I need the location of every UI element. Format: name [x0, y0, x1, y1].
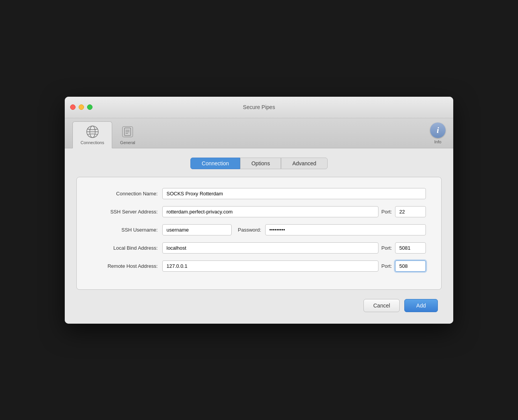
password-label: Password: [238, 227, 261, 233]
general-label: General [120, 140, 135, 145]
button-row: Cancel Add [76, 299, 442, 312]
connection-name-row: Connection Name: [92, 188, 426, 199]
add-button[interactable]: Add [404, 299, 438, 312]
remote-port-input[interactable] [395, 260, 426, 272]
info-icon: i [430, 123, 446, 138]
cancel-button[interactable]: Cancel [363, 299, 400, 312]
connections-icon [86, 125, 99, 139]
ssh-username-input[interactable] [162, 224, 232, 235]
remote-host-label: Remote Host Address: [92, 263, 158, 269]
password-input[interactable] [265, 224, 426, 235]
connection-name-label: Connection Name: [92, 191, 158, 197]
traffic-lights [70, 104, 92, 110]
general-icon [121, 125, 135, 139]
close-button[interactable] [70, 104, 76, 110]
tab-options[interactable]: Options [240, 158, 281, 169]
titlebar: Secure Pipes [65, 97, 453, 118]
toolbar-connections[interactable]: Connections [72, 121, 112, 148]
window-title: Secure Pipes [243, 104, 275, 110]
connection-name-input[interactable] [162, 188, 426, 199]
info-button[interactable]: i Info [430, 123, 446, 144]
ssh-username-label: SSH Username: [92, 227, 158, 233]
toolbar: Connections General i Info [65, 118, 453, 148]
local-bind-label: Local Bind Address: [92, 245, 158, 251]
local-bind-row: Local Bind Address: Port: [92, 242, 426, 254]
ssh-server-label: SSH Server Address: [92, 209, 158, 215]
info-label: Info [434, 139, 441, 144]
ssh-port-input[interactable] [395, 206, 426, 217]
remote-port-label: Port: [382, 263, 392, 269]
ssh-server-row: SSH Server Address: Port: [92, 206, 426, 217]
local-port-label: Port: [382, 245, 392, 251]
connections-label: Connections [81, 140, 104, 145]
remote-host-row: Remote Host Address: Port: [92, 260, 426, 272]
tab-advanced[interactable]: Advanced [281, 158, 327, 169]
local-port-input[interactable] [395, 242, 426, 254]
ssh-username-row: SSH Username: Password: [92, 224, 426, 235]
form-panel: Connection Name: SSH Server Address: Por… [76, 177, 442, 290]
tab-connection[interactable]: Connection [190, 158, 240, 169]
ssh-server-input[interactable] [162, 206, 378, 217]
maximize-button[interactable] [87, 104, 92, 110]
main-window: Secure Pipes Connections [65, 97, 453, 324]
tab-bar: Connection Options Advanced [76, 158, 442, 169]
content-area: Connection Options Advanced Connection N… [65, 148, 453, 324]
minimize-button[interactable] [79, 104, 84, 110]
toolbar-general[interactable]: General [112, 122, 143, 148]
ssh-port-label: Port: [382, 209, 392, 215]
local-bind-input[interactable] [162, 242, 378, 254]
remote-host-input[interactable] [162, 260, 378, 272]
